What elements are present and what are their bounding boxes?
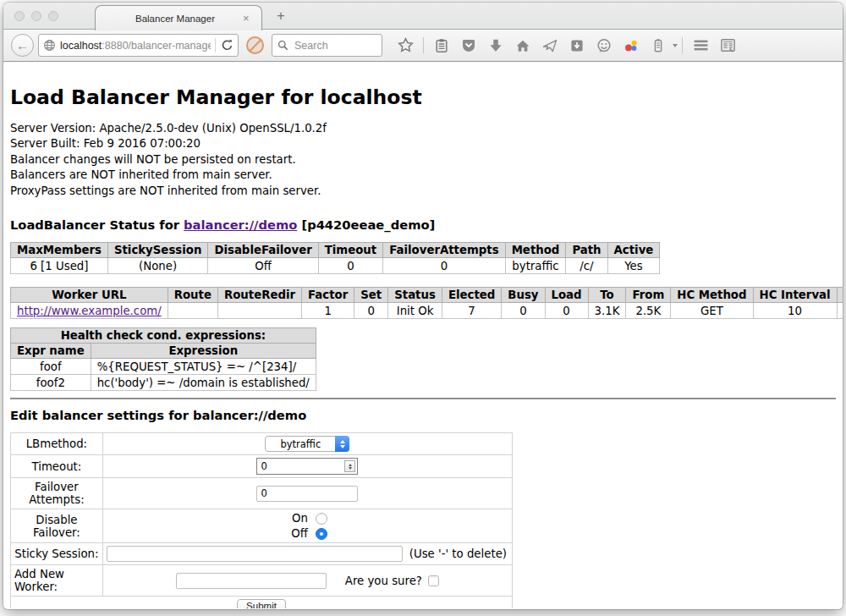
cell-to: 3.1K: [588, 303, 626, 319]
lbmethod-select[interactable]: bytraffic: [265, 436, 349, 452]
cell-set: 0: [354, 303, 388, 319]
tab-close-icon[interactable]: ×: [243, 12, 261, 25]
back-button[interactable]: ←: [11, 34, 34, 57]
status-heading-prefix: LoadBalancer Status for: [10, 217, 184, 232]
cell-stickysession: (None): [107, 258, 207, 274]
col-hc-method: HC Method: [671, 288, 753, 303]
are-you-sure-checkbox[interactable]: [428, 575, 439, 586]
menu-hamburger-icon[interactable]: [693, 37, 709, 53]
col-routeredir: RouteRedir: [217, 288, 301, 303]
home-icon[interactable]: [515, 37, 531, 53]
cell-maxmembers: 6 [1 Used]: [11, 258, 108, 274]
extension-colored-dots-icon[interactable]: [624, 37, 640, 53]
col-hc-interval: HC Interval: [753, 288, 837, 303]
content-blocked-icon[interactable]: [246, 36, 264, 54]
page-title: Load Balancer Manager for localhost: [10, 85, 836, 109]
timeout-input[interactable]: [257, 459, 344, 473]
lbmethod-row: LBmethod: bytraffic: [11, 433, 513, 455]
window-close-button[interactable]: [14, 11, 25, 21]
cell-expression-2: hc('body') =~ /domain is established/: [91, 375, 316, 391]
edit-balancer-form: LBmethod: bytraffic Timeout:: [10, 432, 513, 608]
toolbar-icons: [392, 37, 741, 53]
status-heading-suffix: [p4420eeae_demo]: [297, 217, 435, 232]
col-passes: Passes: [837, 288, 843, 303]
lbmethod-label: LBmethod:: [11, 433, 103, 455]
new-tab-button[interactable]: +: [271, 8, 291, 24]
number-spinner-icon[interactable]: [344, 460, 355, 472]
urlbar-separator: [215, 38, 216, 52]
worker-url-link[interactable]: http://www.example.com/: [17, 305, 162, 317]
newspaper-grid-icon[interactable]: [720, 37, 736, 53]
failover-on-radio[interactable]: [316, 513, 327, 525]
timeout-label: Timeout:: [11, 455, 103, 478]
cell-passes: 1 (0): [837, 303, 843, 319]
bookmark-star-icon[interactable]: [398, 37, 414, 53]
url-bar[interactable]: localhost:8880/balancer-manager?b=demo&n…: [38, 34, 239, 57]
cell-from: 2.5K: [626, 303, 671, 319]
cell-path: /c/: [566, 258, 607, 274]
failover-off-radio[interactable]: [316, 528, 327, 540]
col-load: Load: [545, 288, 588, 303]
cell-busy: 0: [502, 303, 545, 319]
share-paper-plane-icon[interactable]: [542, 37, 558, 53]
cell-route: [168, 303, 217, 319]
search-input[interactable]: [293, 39, 369, 52]
radio-on-label: On: [288, 512, 308, 525]
browser-window: Balancer Manager × + ← localhost:8880/ba…: [3, 3, 843, 609]
timeout-row: Timeout:: [11, 455, 513, 478]
add-worker-row: Add New Worker: Are you sure?: [11, 565, 513, 597]
cell-hc-interval: 10: [753, 303, 837, 319]
cell-hc-method: GET: [671, 303, 753, 319]
balancer-data-row: 6 [1 Used] (None) Off 0 0 bytraffic /c/ …: [11, 258, 660, 274]
window-zoom-button[interactable]: [48, 11, 58, 21]
submit-button[interactable]: Submit: [237, 599, 286, 608]
cell-active: Yes: [607, 258, 660, 274]
balancer-demo-link[interactable]: balancer://demo: [184, 217, 297, 232]
downloads-icon[interactable]: [488, 37, 504, 53]
cell-expr-name-1: foof: [11, 359, 91, 375]
add-worker-input[interactable]: [176, 573, 327, 589]
health-row-foof2: foof2 hc('body') =~ /domain is establish…: [11, 375, 316, 391]
col-failoverattempts: FailoverAttempts: [383, 243, 505, 258]
search-box[interactable]: [272, 34, 382, 57]
reading-list-clipboard-icon[interactable]: [434, 37, 450, 53]
col-disablefailover: DisableFailover: [208, 243, 318, 258]
navigation-toolbar: ← localhost:8880/balancer-manager?b=demo…: [3, 30, 843, 62]
url-text[interactable]: localhost:8880/balancer-manager?b=demo&n…: [60, 40, 211, 52]
failover-attempts-input[interactable]: [256, 486, 358, 502]
url-domain: localhost: [60, 40, 102, 52]
tab-balancer-manager[interactable]: Balancer Manager ×: [95, 5, 262, 30]
disable-failover-label: Disable Failover:: [11, 509, 103, 543]
feedback-smiley-icon[interactable]: [596, 37, 613, 53]
battery-caret-icon[interactable]: [673, 44, 678, 47]
section-divider: [10, 398, 836, 399]
cell-expression-1: %{REQUEST_STATUS} =~ /^[234]/: [91, 359, 316, 375]
search-icon: [277, 37, 288, 53]
worker-header-row: Worker URL Route RouteRedir Factor Set S…: [11, 288, 843, 303]
timeout-stepper[interactable]: [256, 458, 358, 475]
battery-status-icon[interactable]: [651, 37, 667, 53]
window-minimize-button[interactable]: [31, 11, 41, 21]
sticky-session-row: Sticky Session: (Use '-' to delete): [11, 543, 513, 565]
col-maxmembers: MaxMembers: [11, 243, 108, 258]
cell-status: Init Ok: [388, 303, 442, 319]
col-path: Path: [566, 243, 607, 258]
cell-failoverattempts: 0: [383, 258, 505, 274]
pocket-icon[interactable]: [461, 37, 477, 53]
cell-routeredir: [217, 303, 301, 319]
sticky-session-hint: (Use '-' to delete): [409, 547, 508, 560]
health-title-row: Health check cond. expressions:: [11, 328, 316, 344]
reload-icon[interactable]: [220, 37, 233, 53]
health-row-foof: foof %{REQUEST_STATUS} =~ /^[234]/: [11, 359, 316, 375]
col-busy: Busy: [502, 288, 545, 303]
col-active: Active: [607, 243, 660, 258]
col-status: Status: [388, 288, 442, 303]
sticky-session-input[interactable]: [107, 546, 403, 562]
proxypass-notice-line: ProxyPass settings are NOT inherited fro…: [10, 184, 836, 199]
cell-method: bytraffic: [505, 258, 566, 274]
save-to-device-icon[interactable]: [569, 37, 585, 53]
col-timeout: Timeout: [318, 243, 382, 258]
page-content: Load Balancer Manager for localhost Serv…: [3, 62, 843, 608]
lbmethod-selected-value: bytraffic: [266, 438, 335, 450]
server-info: Server Version: Apache/2.5.0-dev (Unix) …: [10, 121, 836, 199]
